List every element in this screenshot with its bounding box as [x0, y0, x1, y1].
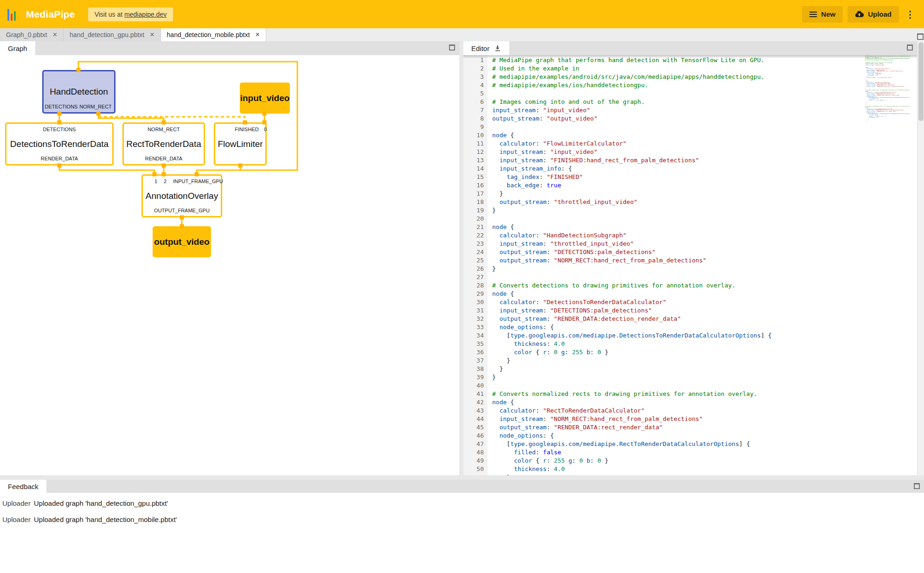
code-line: } — [492, 365, 863, 373]
code-line: input_stream: "input_video" — [492, 106, 863, 115]
header-actions: New Upload ⋮ — [802, 6, 917, 23]
line-number: 26 — [463, 265, 484, 273]
feedback-tab-label: Feedback — [8, 483, 38, 490]
code-line: output_stream: "DETECTIONS:palm_detectio… — [492, 248, 863, 256]
tab-label: hand_detection_mobile.pbtxt — [167, 31, 250, 38]
code-line: color { r: 255 g: 0 b: 0 } — [492, 457, 863, 465]
code-line: calculator: "FlowLimiterCalculator" — [492, 140, 863, 148]
line-number: 18 — [463, 198, 484, 206]
tab-hand-detection-gpu[interactable]: hand_detection_gpu.pbtxt × — [64, 28, 160, 41]
graph-popout-icon[interactable] — [449, 45, 455, 51]
line-number: 41 — [463, 390, 484, 398]
header: MediaPipe Visit us at mediapipe.dev New … — [0, 0, 924, 28]
feedback-message: Uploaded graph 'hand_detection_gpu.pbtxt… — [34, 499, 168, 507]
scrollbar-thumb[interactable] — [918, 42, 924, 121]
tab-hand-detection-mobile[interactable]: hand_detection_mobile.pbtxt × — [161, 28, 266, 41]
tab-graph-0[interactable]: Graph_0.pbtxt × — [0, 28, 64, 41]
code-line: # mediapipie/examples/android/src/java/c… — [492, 73, 863, 81]
code-line: calculator: "RectToRenderDataCalculator" — [492, 407, 863, 415]
code-line: node_options: { — [492, 323, 863, 331]
code-line: output_stream: "output_video" — [492, 115, 863, 123]
graph-edges — [0, 55, 459, 475]
code-lines[interactable]: # MediaPipe graph that performs hand det… — [492, 55, 863, 475]
line-number: 34 — [463, 331, 484, 340]
code-line: # Converts normalized rects to drawing p… — [865, 106, 910, 108]
code-line: # mediapipie/examples/ios/handdetectiong… — [492, 81, 863, 89]
code-line: input_stream: "input_video" — [492, 148, 863, 156]
graph-tab-label: Graph — [8, 45, 27, 52]
node-title: FlowLimiter — [218, 139, 263, 149]
code-editor[interactable]: 1234567891011121314151617181920212223242… — [463, 55, 917, 475]
node-title: input_video — [240, 93, 290, 103]
code-line: output_stream: "RENDER_DATA:detection_re… — [492, 315, 863, 323]
line-number: 19 — [463, 206, 484, 215]
graph-canvas[interactable]: HandDetection DETECTIONS NORM_RECT input… — [0, 55, 459, 475]
line-number: 42 — [463, 398, 484, 407]
port-label-norm-rect: NORM_RECT — [124, 127, 204, 132]
kebab-menu-icon[interactable]: ⋮ — [904, 9, 917, 20]
node-flow-limiter[interactable]: FINISHED 0 FlowLimiter — [214, 122, 267, 166]
code-line: output_stream: "throttled_input_video" — [492, 198, 863, 206]
close-icon[interactable]: × — [256, 31, 260, 38]
line-number: 45 — [463, 423, 484, 432]
close-icon[interactable]: × — [53, 31, 57, 38]
tab-feedback[interactable]: Feedback — [0, 480, 46, 493]
code-line: output_stream: "RENDER_DATA:rect_render_… — [492, 423, 863, 432]
window-scrollbar[interactable] — [917, 41, 924, 475]
code-line: input_stream: "throttled_input_video" — [492, 240, 863, 248]
code-line — [492, 273, 863, 281]
tab-graph[interactable]: Graph — [0, 41, 35, 55]
line-number: 5 — [463, 89, 484, 98]
feedback-message: Uploaded graph 'hand_detection_mobile.pb… — [34, 516, 177, 523]
code-line: tag_index: "FINISHED" — [492, 173, 863, 181]
tab-editor[interactable]: Editor — [463, 41, 509, 55]
code-line: } — [492, 473, 863, 475]
close-icon[interactable]: × — [150, 31, 154, 38]
code-line: filled: false — [492, 448, 863, 457]
download-icon[interactable] — [494, 45, 501, 52]
code-line: color { r: 0 g: 255 b: 0 } — [492, 348, 863, 357]
line-number: 10 — [463, 131, 484, 140]
line-number: 25 — [463, 256, 484, 265]
code-line: # Used in the example in — [492, 64, 863, 73]
code-line: } — [492, 206, 863, 215]
upload-button[interactable]: Upload — [847, 6, 899, 23]
feedback-panel-strip: Feedback — [0, 480, 924, 493]
scroll-corner-icon[interactable] — [917, 33, 924, 40]
visit-link[interactable]: mediapipe.dev — [124, 11, 167, 18]
code-line: node { — [492, 223, 863, 231]
line-number: 9 — [463, 123, 484, 131]
editor-minimap[interactable]: # MediaPipe graph that performs hand det… — [865, 55, 910, 475]
line-number: 36 — [463, 348, 484, 357]
line-number: 47 — [463, 440, 484, 448]
feedback-popout-icon[interactable] — [914, 483, 920, 489]
line-number: 22 — [463, 231, 484, 240]
code-line: node { — [492, 131, 863, 140]
code-line: node { — [492, 290, 863, 298]
code-line: # MediaPipe graph that performs hand det… — [492, 56, 863, 64]
app-title: MediaPipe — [26, 9, 75, 20]
line-number: 17 — [463, 190, 484, 198]
code-line: node_options: { — [492, 432, 863, 440]
line-number: 40 — [463, 382, 484, 390]
line-number: 43 — [463, 407, 484, 415]
node-output-video[interactable]: output_video — [153, 226, 211, 257]
line-number: 51 — [463, 473, 484, 475]
line-number: 37 — [463, 357, 484, 365]
node-input-video[interactable]: input_video — [240, 83, 290, 114]
node-title: AnnotationOverlay — [146, 191, 218, 201]
editor-tab-label: Editor — [471, 45, 489, 52]
visit-chip[interactable]: Visit us at mediapipe.dev — [88, 7, 173, 21]
node-title: output_video — [154, 237, 209, 247]
node-rect-to-render-data[interactable]: NORM_RECT RectToRenderData RENDER_DATA — [122, 122, 205, 166]
node-hand-detection[interactable]: HandDetection DETECTIONS NORM_RECT — [42, 70, 116, 114]
feedback-source: Uploader — [2, 516, 31, 523]
visit-chip-text: Visit us at — [95, 11, 122, 18]
code-line: output_stream: "NORM_RECT:hand_rect_from… — [865, 86, 910, 88]
node-annotation-overlay[interactable]: 1 2 INPUT_FRAME_GPU AnnotationOverlay OU… — [141, 174, 222, 217]
new-button[interactable]: New — [802, 6, 843, 23]
editor-popout-icon[interactable] — [907, 45, 913, 51]
node-detections-to-render-data[interactable]: DETECTIONS DetectionsToRenderData RENDER… — [5, 122, 114, 166]
line-number: 32 — [463, 315, 484, 323]
upload-button-label: Upload — [868, 10, 892, 18]
